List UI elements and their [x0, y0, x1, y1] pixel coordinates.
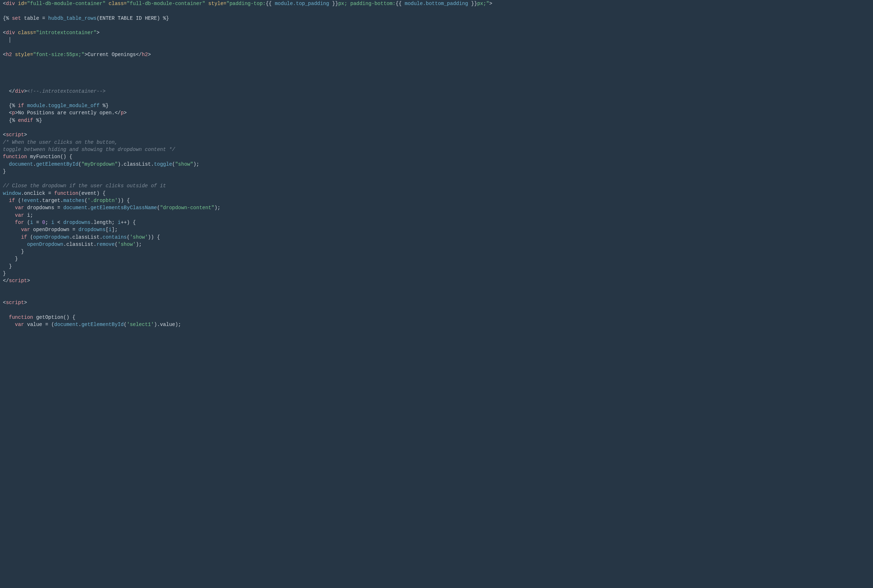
template-var: module.top_padding [275, 1, 329, 6]
keyword: var [21, 227, 30, 232]
tag-close: </ [136, 52, 142, 57]
builtin: document [9, 161, 33, 167]
delim: {% [9, 117, 18, 123]
delim: %} [160, 15, 169, 21]
func-decl: myFunction() { [27, 154, 72, 160]
js-comment: // Close the dropdown if the user clicks… [3, 183, 166, 189]
keyword: endif [18, 117, 33, 123]
brace: } [3, 271, 6, 276]
delim: {{ [266, 1, 275, 6]
func-name: hubdb_table_rows [48, 15, 96, 21]
keyword: var [15, 212, 24, 218]
keyword: var [15, 322, 24, 327]
html-comment: <!--.introtextcontainer--> [27, 88, 105, 94]
text-content: No Positions are currently open. [18, 110, 115, 116]
string: 'select1' [127, 322, 154, 327]
string: 'show' [130, 234, 148, 240]
attr-name: style= [15, 52, 33, 57]
method: remove [96, 242, 114, 247]
text-content: Current Openings [87, 52, 135, 57]
tag-name: div [6, 1, 18, 6]
delim: {{ [395, 1, 404, 6]
attr-name: style= [205, 1, 227, 6]
attr-value: px;" [477, 1, 489, 6]
method: toggle [154, 161, 172, 167]
keyword: var [15, 205, 24, 211]
string: 'show' [117, 242, 135, 247]
method: matches [63, 198, 84, 203]
delim: %} [102, 103, 108, 108]
tag-close: </ [9, 88, 15, 94]
builtin: window [3, 190, 21, 196]
js-comment: toggle between hiding and showing the dr… [3, 147, 175, 152]
keyword: function [54, 190, 78, 196]
keyword: function [3, 154, 27, 160]
string: "show" [175, 161, 193, 167]
tag-name: script [9, 278, 27, 284]
delim: %} [33, 117, 42, 123]
method: contains [102, 234, 126, 240]
tag-name: div [15, 88, 24, 94]
template-cond: module.toggle_module_off [24, 103, 102, 108]
keyword: set [12, 15, 21, 21]
delim: {% [3, 15, 12, 21]
brace: } [15, 256, 18, 262]
tag-name: script [6, 300, 24, 306]
attr-value: "padding-top: [227, 1, 266, 6]
tag-name: p [12, 110, 15, 116]
text-cursor [10, 37, 10, 43]
keyword: function [9, 315, 33, 320]
brace: } [9, 264, 12, 269]
attr-value: "font-size:55px;" [33, 52, 84, 57]
method: getElementById [81, 322, 124, 327]
keyword: if [18, 103, 24, 108]
brace: } [3, 169, 6, 174]
method: getElementsByClassName [91, 205, 157, 211]
string: "myDropdown" [81, 161, 117, 167]
string: "dropdown-content" [160, 205, 214, 211]
delim: }} [468, 1, 477, 6]
code-editor-content[interactable]: <div id="full-db-module-container" class… [0, 0, 873, 331]
attr-value: "full-db-module-container" [126, 1, 205, 6]
js-comment: /* When the user clicks on the button, [3, 140, 117, 145]
attr-name: class= [18, 30, 36, 36]
attr-name: id= [18, 1, 27, 6]
tag-close: > [489, 1, 492, 6]
tag-name: script [6, 132, 24, 138]
delim: {% [9, 103, 18, 108]
code-text: table = [21, 15, 48, 21]
keyword: for [15, 220, 24, 225]
attr-value: "full-db-module-container" [27, 1, 105, 6]
template-var: module.bottom_padding [404, 1, 468, 6]
tag-name: h2 [142, 52, 148, 57]
func-decl: getOption() { [33, 315, 75, 320]
tag-close: > [96, 30, 99, 36]
delim: }} [329, 1, 338, 6]
keyword: if [21, 234, 27, 240]
attr-value: px; padding-bottom: [338, 1, 396, 6]
tag-name: div [6, 30, 18, 36]
attr-name: class= [106, 1, 127, 6]
number: 0 [42, 220, 45, 225]
tag-name: p [121, 110, 124, 116]
tag-name: h2 [6, 52, 15, 57]
attr-value: "introtextcontainer" [36, 30, 96, 36]
keyword: if [9, 198, 15, 203]
method: getElementById [36, 161, 78, 167]
string: '.dropbtn' [87, 198, 117, 203]
code-text: (ENTER TABLE ID HERE) [96, 15, 160, 21]
brace: } [21, 249, 24, 255]
